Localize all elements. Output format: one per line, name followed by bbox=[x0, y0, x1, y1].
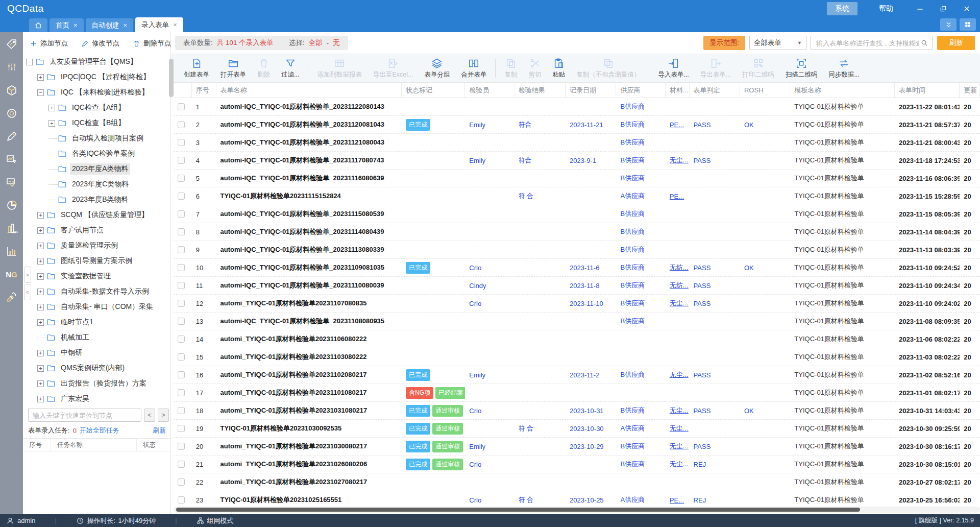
tree-node[interactable]: 机械加工 bbox=[23, 330, 170, 345]
expand-icon[interactable]: + bbox=[37, 212, 44, 219]
system-menu-button[interactable]: 系统 bbox=[827, 2, 857, 15]
help-menu-button[interactable]: 帮助 bbox=[871, 2, 901, 15]
row-checkbox[interactable] bbox=[178, 282, 185, 289]
table-row[interactable]: 11automi-IQC_TYIQC-01原材料检验单_202311100800… bbox=[174, 277, 980, 295]
table-row[interactable]: 22automi_TYIQC-01原材料检验单20231027080217TYI… bbox=[174, 473, 980, 491]
table-row[interactable]: 17automi_TYIQC-01原材料检验单20231101080217含NG… bbox=[174, 384, 980, 402]
tree-search-input[interactable] bbox=[28, 409, 141, 422]
tree-node[interactable]: +临时节点1 bbox=[23, 315, 170, 330]
ng-icon[interactable]: NG bbox=[6, 268, 18, 280]
image-grab-icon[interactable] bbox=[6, 176, 18, 188]
sliders-icon[interactable] bbox=[6, 61, 18, 74]
expand-panel-arrow[interactable]: > bbox=[24, 267, 31, 283]
row-checkbox[interactable] bbox=[178, 407, 185, 414]
tree-node[interactable]: +出货报告（验货报告）方案 bbox=[23, 376, 170, 391]
row-checkbox[interactable] bbox=[178, 264, 185, 271]
expand-icon[interactable]: + bbox=[37, 289, 44, 295]
row-checkbox[interactable] bbox=[178, 389, 185, 396]
table-row[interactable]: 2automi-IQC_TYIQC-01原材料检验单_2023112008104… bbox=[174, 116, 980, 134]
target-icon[interactable] bbox=[6, 107, 18, 119]
tag-icon[interactable] bbox=[6, 38, 18, 51]
pie-chart-icon[interactable] bbox=[6, 199, 18, 211]
tab-list-grid-button[interactable] bbox=[960, 18, 976, 31]
tab-form-entry[interactable]: 录入表单 × bbox=[135, 17, 183, 32]
expand-icon[interactable]: + bbox=[37, 350, 44, 356]
add-node-button[interactable]: 添加节点 bbox=[30, 39, 68, 48]
select-none-link[interactable]: 无 bbox=[333, 38, 340, 47]
table-row[interactable]: 10automi-IQC_TYIQC-01原材料检验单_202311090810… bbox=[174, 259, 980, 277]
form-search-input[interactable] bbox=[815, 39, 920, 47]
table-row[interactable]: 1automi-IQC_TYIQC-01原材料检验单_2023112208014… bbox=[174, 98, 980, 116]
table-row[interactable]: 16automi_TYIQC-01原材料检验单20231102080217已完成… bbox=[174, 366, 980, 384]
table-row[interactable]: 13automi-IQC_TYIQC-01原材料检验单_202311080809… bbox=[174, 313, 980, 330]
table-row[interactable]: 4automi-IQC_TYIQC-01原材料检验单_2023111708074… bbox=[174, 152, 980, 170]
tree-node[interactable]: +实验室数据管理 bbox=[23, 269, 170, 284]
row-checkbox[interactable] bbox=[178, 175, 185, 182]
toolbar--button[interactable]: 打开表单 bbox=[215, 58, 252, 79]
expand-icon[interactable]: + bbox=[37, 396, 44, 402]
table-row[interactable]: 18automi_TYIQC-01原材料检验单20231031080217已完成… bbox=[174, 402, 980, 420]
expand-icon[interactable]: + bbox=[48, 120, 55, 127]
tree-node[interactable]: 2023年度A类物料 bbox=[23, 161, 170, 177]
expand-icon[interactable]: + bbox=[37, 365, 44, 372]
select-all-link[interactable]: 全部 bbox=[309, 38, 323, 47]
row-checkbox[interactable] bbox=[178, 300, 185, 307]
tab-home[interactable] bbox=[29, 18, 47, 32]
delete-node-button[interactable]: 删除节点 bbox=[133, 39, 171, 48]
row-checkbox[interactable] bbox=[178, 228, 185, 235]
row-checkbox[interactable] bbox=[178, 210, 185, 218]
row-checkbox[interactable] bbox=[178, 193, 185, 200]
pencil-icon[interactable] bbox=[6, 130, 18, 142]
find-next-button[interactable]: > bbox=[158, 409, 169, 422]
tree-node[interactable]: +中钢研 bbox=[23, 345, 170, 361]
tree-scrollbar-thumb[interactable] bbox=[169, 59, 174, 97]
expand-icon[interactable]: + bbox=[48, 105, 55, 111]
expand-icon[interactable]: + bbox=[37, 273, 44, 280]
toolbar--button[interactable]: 导入表单... bbox=[652, 58, 694, 79]
row-checkbox[interactable] bbox=[178, 121, 185, 128]
horizontal-scrollbar[interactable] bbox=[174, 507, 980, 513]
tree-node[interactable]: −IQC 【来料检验|进料检验】 bbox=[23, 85, 170, 100]
tree-node[interactable]: +自动采集-数据文件导入示例 bbox=[23, 284, 170, 299]
cpk-chart-icon[interactable]: CPK bbox=[6, 222, 18, 234]
table-row[interactable]: 12automi_TYIQC-01原材料检验单20231107080835Crl… bbox=[174, 295, 980, 313]
row-checkbox[interactable] bbox=[178, 478, 185, 486]
row-checkbox[interactable] bbox=[178, 246, 185, 253]
row-checkbox[interactable] bbox=[178, 157, 185, 164]
row-checkbox[interactable] bbox=[178, 371, 185, 378]
expand-icon[interactable]: + bbox=[37, 74, 44, 81]
table-row[interactable]: 19TYIQC-01原材料检验单20231030092535已完成通过审核符 合… bbox=[174, 420, 980, 438]
close-tab-icon[interactable]: × bbox=[74, 21, 78, 29]
tree-node[interactable]: 2023年度C类物料 bbox=[23, 177, 170, 192]
table-row[interactable]: 7automi-IQC_TYIQC-01原材料检验单_2023111508053… bbox=[174, 205, 980, 223]
toolbar--button[interactable]: 粘贴 bbox=[547, 58, 571, 79]
find-prev-button[interactable]: < bbox=[144, 409, 155, 422]
collapse-panel-arrow[interactable]: < bbox=[24, 284, 31, 300]
toolbar--button[interactable]: 同步数据... bbox=[823, 58, 865, 79]
expand-icon[interactable]: + bbox=[37, 227, 44, 234]
scrollbar-thumb[interactable] bbox=[176, 508, 860, 512]
tree-node[interactable]: +质量巡检管理示例 bbox=[23, 238, 170, 253]
restore-button[interactable] bbox=[938, 4, 948, 14]
collapse-icon[interactable]: − bbox=[37, 89, 44, 96]
table-row[interactable]: 20automi_TYIQC-01原材料检验单20231030080217已完成… bbox=[174, 438, 980, 456]
row-checkbox[interactable] bbox=[178, 336, 185, 343]
close-tab-icon[interactable]: × bbox=[124, 21, 128, 29]
tab-shouye[interactable]: 首页 × bbox=[50, 18, 84, 32]
close-tab-icon[interactable]: × bbox=[173, 21, 177, 29]
cube-icon[interactable] bbox=[6, 84, 18, 97]
tree-node[interactable]: +IQC检查【A组】 bbox=[23, 100, 170, 115]
row-checkbox[interactable] bbox=[178, 103, 185, 110]
row-checkbox[interactable] bbox=[178, 496, 185, 504]
edit-node-button[interactable]: 修改节点 bbox=[81, 39, 119, 48]
table-row[interactable]: 21automi_TYIQC-01原材料检验单20231026080206已完成… bbox=[174, 456, 980, 473]
table-row[interactable]: 6TYIQC-01原材料检验单20231115152824符 合A供应商PE..… bbox=[174, 187, 980, 205]
table-row[interactable]: 9automi-IQC_TYIQC-01原材料检验单_2023111308033… bbox=[174, 241, 980, 259]
row-checkbox[interactable] bbox=[178, 443, 185, 450]
toolbar--button[interactable]: 表单分组 bbox=[419, 58, 455, 79]
table-row[interactable]: 5automi-IQC_TYIQC-01原材料检验单_2023111608063… bbox=[174, 170, 980, 187]
tree-node[interactable]: +IQC检查【B组】 bbox=[23, 115, 170, 131]
collapse-icon[interactable]: − bbox=[26, 59, 33, 65]
tree-node[interactable]: 各类IQC检验单案例 bbox=[23, 146, 170, 161]
task-refresh-link[interactable]: 刷新 bbox=[153, 426, 166, 435]
